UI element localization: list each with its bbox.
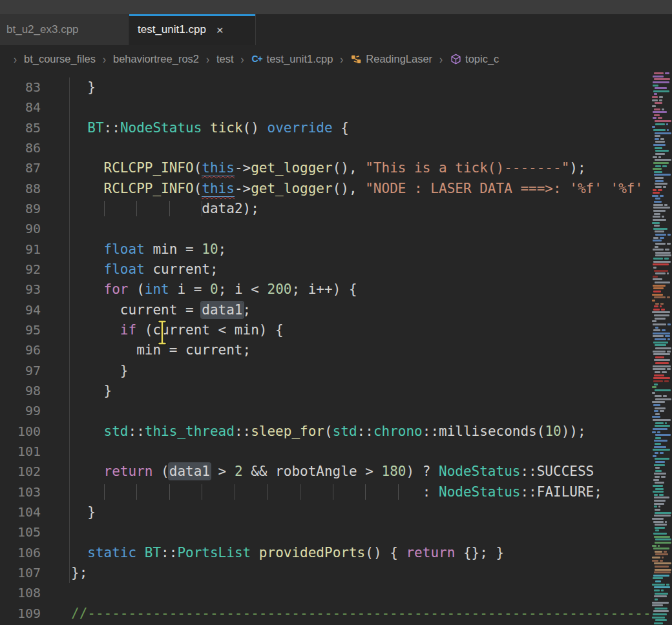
minimap-row (667, 296, 670, 298)
minimap-row (654, 506, 657, 507)
minimap-row (652, 545, 656, 547)
minimap-row (664, 204, 667, 206)
breadcrumb-item-bt_course_files[interactable]: bt_course_files (24, 53, 96, 65)
code-line[interactable]: 107}; (0, 563, 651, 583)
code-line[interactable]: 90 (0, 219, 651, 239)
tab-test_unit1-cpp[interactable]: test_unit1.cpp × (129, 14, 256, 45)
tab-bt_u2_ex3-cpp[interactable]: bt_u2_ex3.cpp (0, 14, 129, 45)
minimap-row (654, 174, 671, 176)
minimap-row (653, 287, 664, 289)
code-line[interactable]: 88 RCLCPP_INFO(this->get_logger(), "NODE… (0, 179, 651, 199)
code-editor[interactable]: 83 }8485 BT::NodeStatus tick() override … (0, 72, 651, 625)
code-line[interactable]: 96 min = current; (0, 340, 651, 360)
minimap-row (653, 228, 667, 230)
code-line[interactable]: 98 } (0, 381, 651, 401)
minimap[interactable] (651, 72, 672, 625)
code-line[interactable]: 85 BT::NodeStatus tick() override { (0, 118, 651, 138)
minimap-row (652, 584, 665, 586)
close-tab-icon[interactable]: × (216, 24, 224, 36)
code-line[interactable]: 87 RCLCPP_INFO(this->get_logger(), "This… (0, 158, 651, 178)
minimap-row (655, 234, 666, 236)
minimap-row (655, 458, 669, 460)
code-line[interactable]: 84 (0, 97, 651, 118)
code-text: if (current < min) { (41, 320, 284, 340)
minimap-row (655, 389, 671, 391)
minimap-row (653, 76, 664, 77)
code-line[interactable]: 93 for (int i = 0; i < 200; i++) { (0, 280, 651, 300)
line-number: 103 (0, 482, 41, 502)
minimap-row (655, 467, 660, 469)
breadcrumb-item-test_unit1.cpp[interactable]: C+test_unit1.cpp (251, 53, 333, 65)
code-line[interactable]: 100 std::this_thread::sleep_for(std::chr… (0, 422, 651, 442)
code-line[interactable]: 83 } (0, 77, 651, 97)
minimap-row (655, 529, 659, 531)
minimap-row (653, 613, 667, 615)
line-number: 89 (0, 199, 41, 219)
minimap-row (654, 314, 669, 316)
minimap-row (653, 377, 670, 379)
code-text: float current; (41, 260, 218, 280)
code-line[interactable]: 109//-----------------------------------… (0, 604, 651, 624)
code-line[interactable]: 94 current = data1; (0, 300, 651, 320)
minimap-row (653, 192, 660, 194)
minimap-row (653, 610, 669, 612)
code-line[interactable]: 95 if (current < min) { (0, 320, 651, 340)
minimap-row (667, 351, 671, 353)
minimap-row (655, 231, 664, 232)
minimap-row (654, 114, 660, 116)
minimap-row (654, 440, 667, 442)
minimap-row (653, 210, 666, 212)
minimap-row (659, 494, 664, 496)
minimap-row (652, 294, 663, 296)
minimap-row (653, 267, 656, 269)
minimap-row (653, 111, 667, 113)
minimap-row (655, 413, 660, 415)
code-line[interactable]: 104 } (0, 502, 651, 522)
code-line[interactable]: 99 (0, 401, 651, 421)
minimap-row (655, 395, 662, 397)
code-line[interactable]: 89 data2); (0, 199, 651, 219)
breadcrumb-item-ReadingLaser[interactable]: ReadingLaser (350, 53, 432, 65)
breadcrumb-item-behaviortree_ros2[interactable]: behaviortree_ros2 (113, 53, 199, 65)
code-text: } (41, 381, 112, 401)
minimap-row (654, 586, 670, 588)
minimap-row (655, 512, 671, 514)
code-text: //--------------------------------------… (41, 604, 651, 624)
code-line[interactable]: 86 (0, 138, 651, 158)
code-line[interactable]: 105 (0, 522, 651, 542)
minimap-row (653, 219, 666, 221)
minimap-row (652, 96, 658, 98)
minimap-row (655, 120, 671, 122)
vscode-window: bt_u2_ex3.cpp test_unit1.cpp × ›bt_cours… (0, 0, 672, 625)
code-line[interactable]: 101 (0, 442, 651, 462)
code-text: std::this_thread::sleep_for(std::chrono:… (41, 422, 586, 442)
line-number: 86 (0, 138, 41, 158)
minimap-row (654, 201, 662, 203)
code-line[interactable]: 106 static BT::PortsList providedPorts()… (0, 543, 651, 563)
code-line[interactable]: 108 (0, 583, 651, 603)
minimap-row (653, 278, 662, 280)
code-line[interactable]: 103 : NodeStatus::FAILURE; (0, 482, 651, 502)
code-line[interactable]: 91 float min = 10; (0, 240, 651, 260)
code-line[interactable]: 97 } (0, 361, 651, 381)
breadcrumb-item-test[interactable]: test (216, 53, 234, 65)
minimap-row (653, 168, 662, 170)
line-number: 97 (0, 361, 41, 381)
minimap-row (654, 384, 658, 385)
code-line[interactable]: 92 float current; (0, 260, 651, 280)
minimap-row (653, 353, 670, 355)
minimap-row (654, 374, 664, 376)
breadcrumb-item-topic_c[interactable]: topic_c (450, 53, 499, 65)
code-text (41, 522, 71, 542)
minimap-row (654, 78, 670, 80)
minimap-row (652, 518, 664, 520)
minimap-row (653, 455, 656, 457)
code-text (41, 138, 71, 158)
line-number: 94 (0, 300, 41, 320)
code-text: } (41, 502, 96, 522)
minimap-row (655, 608, 667, 610)
minimap-row (664, 551, 667, 553)
minimap-row (667, 129, 669, 131)
code-line[interactable]: 102 return (data1 > 2 && robotAngle > 18… (0, 462, 651, 482)
minimap-row (655, 183, 667, 185)
